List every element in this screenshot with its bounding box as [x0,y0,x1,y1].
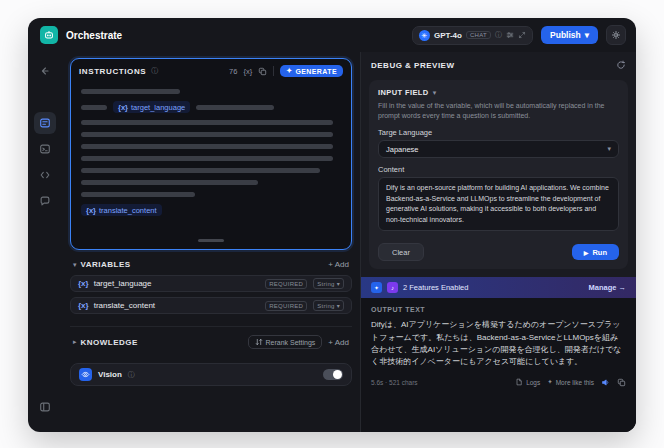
skeleton-line [81,144,333,149]
speaker-icon[interactable] [601,378,610,387]
skeleton-line [81,105,107,110]
required-badge: REQUIRED [265,301,307,311]
input-field-title: INPUT FIELD [378,88,429,97]
page-title: Orchestrate [66,30,122,41]
model-selector[interactable]: ✳ GPT-4o CHAT ⓘ [412,26,533,45]
chevron-down-icon: ▾ [337,302,340,309]
rerank-label: Rerank Settings [266,339,316,346]
skeleton-line [81,132,333,137]
variables-header: ▾ VARIABLES + Add [70,252,352,275]
chevron-down-icon: ▾ [607,145,611,153]
content-field-label: Content [378,165,619,174]
generate-button[interactable]: ✦ GENERATE [280,65,343,77]
instructions-tools: 76 {x} ✦ GENERATE [229,65,343,77]
content-textarea[interactable]: Dify is an open-source platform for buil… [378,177,619,231]
copy-icon[interactable] [258,67,267,76]
manage-features-link[interactable]: Manage → [589,283,626,292]
variable-row-target-language[interactable]: {x} target_language REQUIRED String▾ [70,275,352,292]
output-footer: 5.6s · 521 chars Logs ✦ More like this [371,378,626,387]
type-badge[interactable]: String▾ [313,278,344,289]
more-like-this-button[interactable]: ✦ More like this [547,378,594,386]
sparkle-icon: ✦ [547,378,552,386]
publish-button[interactable]: Publish ▾ [541,26,598,44]
add-knowledge-button[interactable]: + Add [328,338,349,347]
back-icon[interactable] [34,60,56,82]
arrow-right-icon: → [619,283,627,292]
copy-icon[interactable] [617,378,626,387]
refresh-icon[interactable] [616,60,626,70]
manage-label: Manage [589,283,617,292]
generate-label: GENERATE [295,68,337,75]
debug-title: DEBUG & PREVIEW [371,61,455,70]
insert-variable-icon[interactable]: {x} [243,67,252,76]
chevron-down-icon: ▾ [433,89,437,97]
output-title: OUTPUT TEXT [371,306,626,313]
sidebar-item-annotation[interactable] [34,190,56,212]
clear-button[interactable]: Clear [378,243,424,261]
debug-header: DEBUG & PREVIEW [361,52,636,78]
model-name: GPT-4o [434,31,462,40]
sidebar-item-api[interactable] [34,164,56,186]
instructions-title: INSTRUCTIONS [79,67,146,76]
model-mode-badge: CHAT [466,31,491,39]
language-field-label: Targe Language [378,128,619,137]
variable-name: target_language [131,103,185,112]
variable-token: {x} [78,279,89,288]
add-variable-button[interactable]: + Add [328,260,349,269]
chevron-down-icon: ▾ [585,30,589,40]
sidebar-item-orchestrate[interactable] [34,112,56,134]
variable-row-translate-content[interactable]: {x} translate_content REQUIRED String▾ [70,297,352,314]
resize-handle[interactable] [198,239,224,242]
rerank-settings-button[interactable]: Rerank Settings [248,335,323,349]
variable-name: translate_content [99,206,157,215]
model-params-icon[interactable] [506,31,514,39]
model-expand-icon[interactable] [518,31,526,39]
run-label: Run [592,248,607,257]
layout-panel-icon[interactable] [34,396,56,418]
skeleton-line [81,120,333,125]
skeleton-line [81,156,333,161]
more-like-this-label: More like this [556,379,594,386]
variable-chip-target-language[interactable]: {x} target_language [113,101,190,113]
knowledge-title: KNOWLEDGE [81,338,138,347]
input-field-panel: INPUT FIELD ▾ Fill in the value of the v… [369,80,628,269]
output-text: Difyは、AIアプリケーションを構築するためのオープンソースプラットフォームで… [371,319,626,369]
vision-card: Vision ⓘ [70,363,352,386]
action-row: Clear ▶ Run [378,243,619,261]
logs-label: Logs [526,379,540,386]
instructions-header: INSTRUCTIONS ⓘ 76 {x} ✦ GENERATE [71,59,351,83]
run-button[interactable]: ▶ Run [572,244,619,260]
input-field-description: Fill in the value of the variable, which… [378,101,619,121]
info-icon: ⓘ [128,370,135,380]
features-enabled-text: 2 Features Enabled [403,283,468,292]
app-body: INSTRUCTIONS ⓘ 76 {x} ✦ GENERATE [28,52,636,432]
app-header: Orchestrate ✳ GPT-4o CHAT ⓘ Publish ▾ [28,18,636,52]
skeleton-line [81,89,180,94]
logs-button[interactable]: Logs [515,378,540,386]
feature-icon-1: ✦ [371,282,382,293]
model-info-icon[interactable]: ⓘ [495,30,502,40]
chevron-down-icon[interactable]: ▾ [73,261,77,269]
language-select[interactable]: Japanese ▾ [378,140,619,158]
app-logo-icon[interactable] [40,26,58,44]
features-bar[interactable]: ✦ ♪ 2 Features Enabled Manage → [361,277,636,298]
chevron-right-icon[interactable]: ▸ [73,338,77,346]
prompt-editor[interactable]: {x} target_language {x} [71,83,351,249]
toggle-knob [333,370,342,379]
type-badge[interactable]: String▾ [313,300,344,311]
output-section: OUTPUT TEXT Difyは、AIアプリケーションを構築するためのオープン… [361,298,636,432]
variable-token: {x} [86,206,96,215]
vision-label: Vision [98,370,122,379]
skeleton-line [81,168,320,173]
input-field-header[interactable]: INPUT FIELD ▾ [378,88,619,97]
skeleton-line [81,180,258,185]
knowledge-header: ▸ KNOWLEDGE Rerank Settings + Add [70,326,352,355]
variable-chip-translate-content[interactable]: {x} translate_content [81,204,162,216]
info-icon: ⓘ [151,66,158,76]
debug-panel: DEBUG & PREVIEW INPUT FIELD ▾ Fill in th… [360,52,636,432]
sparkle-icon: ✦ [286,67,292,75]
model-provider-icon: ✳ [419,30,430,41]
vision-toggle[interactable] [323,369,343,380]
settings-button[interactable] [606,25,626,45]
sidebar-item-terminal[interactable] [34,138,56,160]
